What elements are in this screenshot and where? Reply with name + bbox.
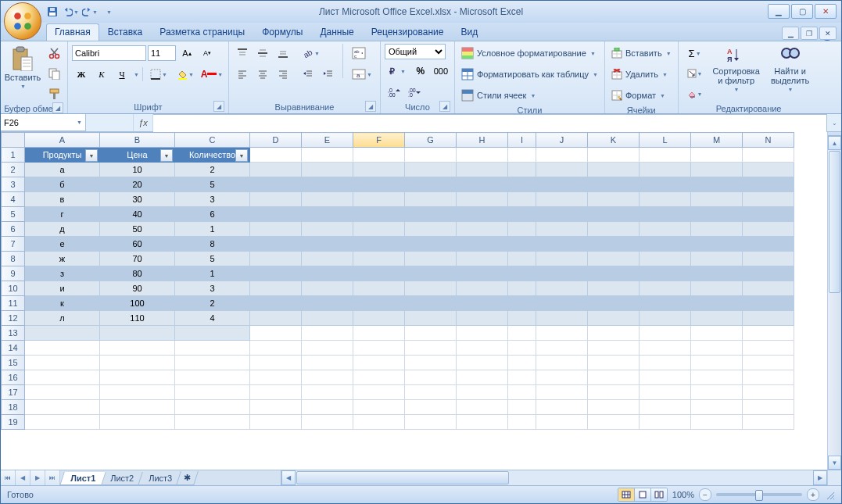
cell-N15[interactable] (743, 356, 794, 370)
cell-D16[interactable] (250, 370, 302, 385)
font-size-combo[interactable] (148, 45, 176, 61)
filter-button[interactable]: ▼ (160, 149, 173, 162)
cell-G2[interactable] (405, 163, 457, 177)
cell-G12[interactable] (405, 311, 457, 326)
cell-L7[interactable] (640, 237, 691, 252)
cell-E6[interactable] (302, 222, 353, 237)
cell-N16[interactable] (743, 370, 794, 385)
cell-N3[interactable] (743, 177, 794, 192)
cell-C19[interactable] (175, 415, 250, 430)
cell-G15[interactable] (405, 356, 457, 370)
cell-C6[interactable]: 1 (175, 222, 250, 237)
cell-G16[interactable] (405, 370, 457, 385)
cell-I7[interactable] (508, 237, 536, 252)
cell-I9[interactable] (508, 266, 536, 281)
cell-E4[interactable] (302, 192, 353, 207)
font-color-button[interactable]: A▼ (199, 65, 224, 84)
cell-E14[interactable] (302, 341, 353, 356)
cell-M13[interactable] (691, 326, 743, 341)
cell-C18[interactable] (175, 400, 250, 415)
cell-B14[interactable] (100, 341, 175, 356)
sheet-nav-first[interactable]: ⏮ (1, 470, 16, 485)
cell-N12[interactable] (743, 311, 794, 326)
italic-button[interactable]: К (92, 65, 111, 84)
col-header-M[interactable]: M (691, 133, 743, 148)
cell-D8[interactable] (250, 252, 302, 266)
window-close[interactable]: ✕ (815, 4, 837, 19)
row-header-11[interactable]: 11 (2, 296, 25, 311)
cell-B9[interactable]: 80 (100, 266, 175, 281)
cell-F9[interactable] (353, 266, 405, 281)
sort-filter-button[interactable]: АЯ Сортировка и фильтр▼ (710, 44, 763, 95)
cell-N17[interactable] (743, 385, 794, 400)
row-header-3[interactable]: 3 (2, 177, 25, 192)
cell-C14[interactable] (175, 341, 250, 356)
tab-Вид[interactable]: Вид (452, 23, 486, 41)
zoom-in-button[interactable]: + (807, 488, 819, 501)
cell-K9[interactable] (588, 266, 640, 281)
cell-I11[interactable] (508, 296, 536, 311)
cell-D5[interactable] (250, 207, 302, 222)
cell-J2[interactable] (536, 163, 588, 177)
cell-K6[interactable] (588, 222, 640, 237)
cell-D14[interactable] (250, 341, 302, 356)
filter-button[interactable]: ▼ (85, 149, 98, 162)
cell-J3[interactable] (536, 177, 588, 192)
cell-B16[interactable] (100, 370, 175, 385)
cell-B6[interactable]: 50 (100, 222, 175, 237)
number-dialog-launcher[interactable]: ◢ (439, 101, 450, 112)
cell-M16[interactable] (691, 370, 743, 385)
cell-A9[interactable]: з (25, 266, 100, 281)
cell-A13[interactable] (25, 326, 100, 341)
select-all-corner[interactable] (2, 133, 25, 148)
underline-button[interactable]: Ч (113, 65, 131, 84)
zoom-out-button[interactable]: − (699, 488, 711, 501)
align-top-button[interactable] (233, 44, 252, 63)
cell-B5[interactable]: 40 (100, 207, 175, 222)
cell-F19[interactable] (353, 415, 405, 430)
workbook-restore[interactable]: ❐ (801, 27, 818, 40)
horizontal-scrollbar[interactable]: ◀ ▶ (281, 470, 827, 485)
cell-G13[interactable] (405, 326, 457, 341)
cell-M14[interactable] (691, 341, 743, 356)
qat-customize[interactable]: ▼ (101, 4, 116, 20)
cell-G11[interactable] (405, 296, 457, 311)
cell-A3[interactable]: б (25, 177, 100, 192)
vertical-scrollbar[interactable]: ▲ ▼ (827, 132, 841, 470)
zoom-percent[interactable]: 100% (672, 490, 694, 499)
number-format-combo[interactable]: Общий (385, 44, 446, 59)
cell-K18[interactable] (588, 400, 640, 415)
cell-E2[interactable] (302, 163, 353, 177)
cell-N7[interactable] (743, 237, 794, 252)
cell-G9[interactable] (405, 266, 457, 281)
cell-H6[interactable] (457, 222, 508, 237)
zoom-slider[interactable] (716, 493, 802, 496)
cell-K8[interactable] (588, 252, 640, 266)
cell-I13[interactable] (508, 326, 536, 341)
cell-N8[interactable] (743, 252, 794, 266)
cell-styles-button[interactable]: Стили ячеек▼ (459, 86, 538, 105)
cell-N13[interactable] (743, 326, 794, 341)
tab-Разметка страницы[interactable]: Разметка страницы (151, 23, 253, 41)
cell-K17[interactable] (588, 385, 640, 400)
cell-B11[interactable]: 100 (100, 296, 175, 311)
col-header-G[interactable]: G (405, 133, 457, 148)
cell-M15[interactable] (691, 356, 743, 370)
hscroll-thumb[interactable] (296, 471, 509, 484)
cell-G7[interactable] (405, 237, 457, 252)
cell-J4[interactable] (536, 192, 588, 207)
cell-E3[interactable] (302, 177, 353, 192)
cell-N9[interactable] (743, 266, 794, 281)
cell-F6[interactable] (353, 222, 405, 237)
cell-C15[interactable] (175, 356, 250, 370)
autosum-button[interactable]: Σ▼ (683, 44, 708, 63)
cell-C2[interactable]: 2 (175, 163, 250, 177)
window-maximize[interactable]: ▢ (791, 4, 813, 19)
cell-D13[interactable] (250, 326, 302, 341)
cell-B7[interactable]: 60 (100, 237, 175, 252)
cell-J1[interactable] (536, 148, 588, 163)
sheet-nav-next[interactable]: ▶ (30, 470, 45, 485)
clear-button[interactable]: ▼ (683, 84, 708, 103)
cell-E10[interactable] (302, 281, 353, 296)
cell-J8[interactable] (536, 252, 588, 266)
